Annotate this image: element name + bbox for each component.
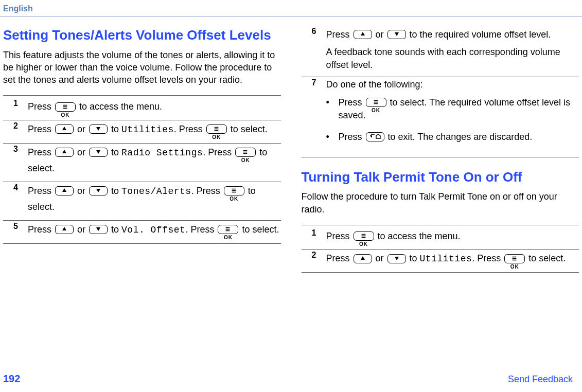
text: to — [109, 224, 121, 235]
step-2: 2 Press or to Utilities. Press to select… — [302, 250, 579, 273]
text: to — [407, 253, 420, 263]
step-number: 2 — [312, 251, 326, 267]
section1-intro: This feature adjusts the volume of the t… — [3, 49, 281, 86]
step-content: Press or to the required volume offset l… — [326, 27, 579, 72]
menu-ok-icon — [55, 102, 76, 112]
text: or — [75, 124, 88, 134]
text: or — [373, 29, 386, 40]
section1-steps-cont: 6 Press or to the required volume offset… — [302, 27, 579, 157]
left-column: Setting Tones/Alerts Volume Offset Level… — [3, 27, 281, 273]
text: . Press — [203, 147, 234, 157]
text: Press — [339, 97, 365, 108]
text: to select. — [228, 124, 268, 134]
step-3: 3 Press or to Radio Settings. Press to s… — [3, 144, 281, 182]
arrow-down-icon — [89, 186, 108, 195]
arrow-down-icon — [387, 30, 406, 39]
page-number: 192 — [3, 373, 20, 385]
text: to access the menu. — [77, 101, 162, 112]
step-content: Press or to Tones/Alerts. Press to selec… — [28, 183, 281, 215]
text: Press — [28, 124, 54, 134]
text: to the required volume offset level. — [407, 29, 551, 40]
step-note: A feedback tone sounds with each corresp… — [326, 46, 579, 72]
section1-title: Setting Tones/Alerts Volume Offset Level… — [3, 27, 281, 44]
right-column: 6 Press or to the required volume offset… — [302, 27, 579, 273]
menu-ok-icon — [224, 186, 244, 195]
text: or — [373, 253, 386, 263]
arrow-up-icon — [354, 254, 372, 263]
step-content: Press or to Radio Settings. Press to sel… — [28, 145, 281, 176]
text: to — [109, 186, 121, 196]
arrow-down-icon — [89, 225, 108, 234]
text: or — [75, 186, 88, 196]
step-content: Press or to Utilities. Press to select. — [28, 121, 281, 138]
step-content: Do one of the following: Press to select… — [326, 78, 579, 152]
text: Press — [339, 132, 365, 142]
arrow-down-icon — [89, 148, 108, 157]
arrow-down-icon — [89, 124, 108, 134]
text: Press — [326, 29, 352, 40]
menu-label: Utilities — [420, 254, 472, 264]
step-number: 2 — [13, 121, 28, 138]
step-number: 3 — [13, 145, 28, 176]
text: or — [75, 224, 88, 235]
header-language: English — [3, 4, 33, 13]
step-number: 4 — [13, 183, 28, 215]
menu-label: Radio Settings — [121, 148, 203, 158]
text: . Press — [191, 186, 223, 196]
step-4: 4 Press or to Tones/Alerts. Press to sel… — [3, 182, 281, 221]
arrow-down-icon — [387, 254, 406, 263]
menu-ok-icon — [206, 124, 227, 134]
text: Press — [28, 186, 54, 196]
text: to select. — [239, 224, 279, 235]
header-divider — [0, 16, 582, 17]
menu-ok-icon — [504, 254, 525, 263]
section2-steps: 1 Press to access the menu. 2 Press or t… — [302, 225, 579, 273]
step-6: 6 Press or to the required volume offset… — [302, 27, 579, 77]
section2-title: Turning Talk Permit Tone On or Off — [302, 169, 579, 186]
arrow-up-icon — [55, 225, 74, 234]
text: . Press — [472, 253, 503, 263]
arrow-up-icon — [354, 30, 372, 39]
menu-ok-icon — [218, 225, 238, 234]
bullet-item: Press to exit. The changes are discarded… — [326, 131, 579, 144]
bullet-item: Press to select. The required volume off… — [326, 96, 579, 122]
step-content: Press or to Vol. Offset. Press to select… — [28, 222, 281, 238]
step-bullets: Press to select. The required volume off… — [326, 96, 579, 144]
step-content: Press or to Utilities. Press to select. — [326, 251, 579, 267]
text: Press — [28, 101, 54, 112]
step-number: 7 — [312, 78, 326, 152]
section2-intro: Follow the procedure to turn Talk Permit… — [302, 190, 579, 216]
back-home-icon — [366, 132, 384, 141]
arrow-up-icon — [55, 124, 74, 134]
text: to access the menu. — [375, 231, 461, 241]
text: Press — [326, 231, 352, 241]
text: . Press — [185, 224, 217, 235]
menu-ok-icon — [235, 148, 256, 157]
step-number: 6 — [312, 27, 326, 72]
step-7: 7 Do one of the following: Press to sele… — [302, 77, 579, 157]
step-1: 1 Press to access the menu. — [302, 225, 579, 250]
step-number: 1 — [312, 228, 326, 244]
section1-steps: 1 Press to access the menu. 2 Press or t… — [3, 95, 281, 243]
arrow-up-icon — [55, 148, 74, 157]
menu-ok-icon — [354, 231, 374, 241]
menu-label: Utilities — [121, 124, 174, 135]
step-2: 2 Press or to Utilities. Press to select… — [3, 120, 281, 144]
text: to — [109, 124, 121, 134]
menu-ok-icon — [366, 98, 386, 107]
step-content: Press to access the menu. — [326, 228, 579, 244]
send-feedback-link[interactable]: Send Feedback — [508, 374, 573, 385]
text: Press — [28, 224, 54, 235]
text: to — [109, 147, 121, 157]
content-columns: Setting Tones/Alerts Volume Offset Level… — [3, 27, 579, 273]
menu-label: Vol. Offset — [121, 225, 185, 235]
menu-label: Tones/Alerts — [121, 186, 191, 197]
step-number: 5 — [13, 222, 28, 238]
text: to select. — [526, 253, 566, 263]
text: Press — [326, 253, 352, 263]
text: or — [75, 147, 88, 157]
step-number: 1 — [13, 99, 28, 115]
step-content: Press to access the menu. — [28, 99, 281, 115]
text: . Press — [174, 124, 205, 134]
arrow-up-icon — [55, 186, 74, 195]
